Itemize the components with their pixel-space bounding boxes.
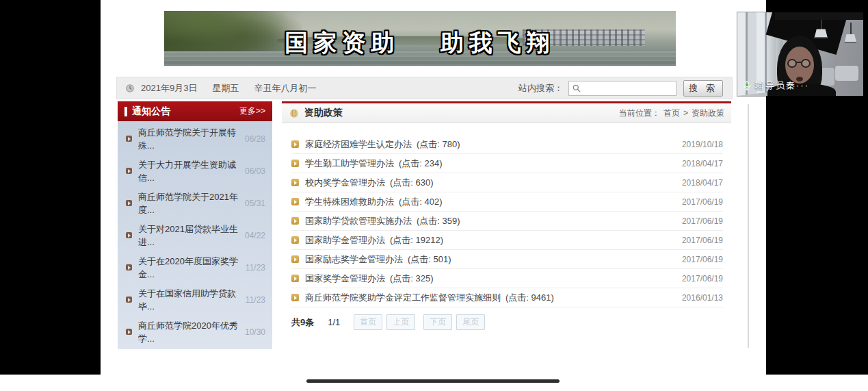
- click-count: (点击: 359): [417, 215, 460, 227]
- click-count: (点击: 9461): [505, 292, 554, 304]
- microphone-icon: [741, 80, 752, 91]
- notice-date: 04/22: [245, 231, 265, 240]
- table-row[interactable]: 学生勤工助学管理办法 (点击: 234) 2018/04/17: [291, 154, 723, 173]
- arrow-bullet-icon: [126, 136, 132, 142]
- notice-date: 06/03: [245, 166, 265, 176]
- list-item[interactable]: 商丘师范学院2020年优秀学... 10/30: [118, 316, 272, 348]
- arrow-bullet-icon: [291, 275, 299, 282]
- lunar-date: 辛丑年八月初一: [254, 82, 316, 94]
- policy-list: 家庭经济困难学生认定办法 (点击: 780) 2019/10/18 学生勤工助学…: [282, 123, 731, 340]
- next-page-button[interactable]: 下页: [423, 314, 452, 330]
- sidebar-title: 通知公告: [132, 105, 239, 118]
- date-search-bar: 2021年9月3日 星期五 辛丑年八月初一 站内搜索： 搜 索: [116, 77, 733, 99]
- panel-header: 资助政策 当前位置： 首页 > 资助政策: [282, 103, 731, 123]
- click-count: (点击: 501): [408, 253, 451, 266]
- arrow-bullet-icon: [126, 264, 132, 270]
- webcam-bg-topstrip: [775, 12, 863, 20]
- participant-name: 辅导员秦···: [755, 79, 809, 92]
- banner-image: 国家资助 助我飞翔: [164, 11, 676, 66]
- arrow-bullet-icon: [291, 198, 299, 205]
- notice-title: 商丘师范学院2020年优秀学...: [138, 319, 242, 345]
- notice-list: 商丘师范学院关于开展特殊... 06/28 关于大力开展学生资助诚信... 06…: [118, 121, 272, 349]
- table-row[interactable]: 学生特殊困难救助办法 (点击: 402) 2017/06/19: [291, 192, 723, 212]
- pagination: 共9条 1/1 首页 上页 下页 尾页: [291, 314, 723, 340]
- click-count: (点击: 630): [390, 177, 434, 189]
- notice-date: 11/23: [246, 263, 265, 273]
- arrow-bullet-icon: [291, 160, 299, 167]
- list-item[interactable]: 关于在国家信用助学贷款毕... 11/23: [118, 283, 272, 316]
- policy-title: 国家助学金管理办法: [305, 234, 385, 247]
- site-search-label: 站内搜索：: [518, 82, 563, 94]
- click-count: (点击: 402): [399, 196, 443, 208]
- notice-date: 05/31: [245, 199, 265, 208]
- click-count: (点击: 234): [399, 157, 443, 170]
- policy-date: 2018/04/17: [682, 178, 723, 188]
- policy-panel: 资助政策 当前位置： 首页 > 资助政策 家庭经济困难学生认定办法 (点击: 7…: [282, 101, 731, 340]
- list-item[interactable]: 关于大力开展学生资助诚信... 06/03: [118, 155, 272, 187]
- prev-page-button[interactable]: 上页: [386, 314, 415, 330]
- page-indicator: 1/1: [328, 317, 340, 327]
- list-item[interactable]: 商丘师范学院关于开展特殊... 06/28: [118, 123, 272, 155]
- notice-title: 关于大力开展学生资助诚信...: [138, 158, 242, 184]
- breadcrumb-home-link[interactable]: 首页: [663, 108, 680, 119]
- arrow-bullet-icon: [126, 168, 132, 174]
- click-count: (点击: 780): [417, 138, 460, 151]
- breadcrumb-label: 当前位置：: [619, 108, 660, 119]
- arrow-bullet-icon: [291, 140, 299, 148]
- first-page-button[interactable]: 首页: [354, 314, 382, 330]
- table-row[interactable]: 校内奖学金管理办法 (点击: 630) 2018/04/17: [291, 173, 723, 192]
- policy-title: 校内奖学金管理办法: [305, 177, 385, 189]
- arrow-bullet-icon: [126, 297, 132, 303]
- search-input[interactable]: [568, 81, 676, 96]
- table-row[interactable]: 家庭经济困难学生认定办法 (点击: 780) 2019/10/18: [291, 135, 723, 154]
- webcam-lamp-stem: [850, 23, 852, 35]
- search-input-wrap: [568, 81, 676, 96]
- webcam-bg-furniture: [835, 66, 858, 81]
- click-count: (点击: 325): [390, 273, 434, 285]
- policy-title: 学生特殊困难救助办法: [305, 196, 394, 208]
- policy-title: 学生勤工助学管理办法: [305, 157, 394, 170]
- notice-title: 商丘师范学院关于2021年度...: [138, 190, 242, 216]
- search-button[interactable]: 搜 索: [683, 80, 723, 97]
- table-row[interactable]: 国家奖学金管理办法 (点击: 325) 2017/06/19: [291, 269, 723, 288]
- webcam-video-tile[interactable]: 辅导员秦···: [737, 12, 863, 96]
- list-item[interactable]: 关于在2020年度国家奖学金... 11/23: [118, 251, 272, 283]
- notice-title: 关于在国家信用助学贷款毕...: [138, 287, 242, 313]
- participant-name-tag: 辅导员秦···: [741, 79, 809, 92]
- last-page-button[interactable]: 尾页: [456, 314, 485, 330]
- current-weekday: 星期五: [212, 82, 239, 94]
- policy-title: 家庭经济困难学生认定办法: [305, 138, 412, 151]
- breadcrumb-current: 资助政策: [692, 108, 724, 119]
- notice-date: 06/28: [245, 134, 265, 144]
- list-item[interactable]: 商丘师范学院关于2021年度... 05/31: [118, 187, 272, 219]
- click-count: (点击: 19212): [390, 234, 443, 247]
- notice-sidebar: 通知公告 更多>> 商丘师范学院关于开展特殊... 06/28 关于大力开展学生…: [118, 101, 272, 349]
- policy-date: 2017/06/19: [682, 236, 723, 245]
- title-marker: [124, 107, 127, 116]
- policy-date: 2016/01/13: [682, 293, 723, 303]
- drag-handle[interactable]: [306, 379, 560, 383]
- table-row[interactable]: 国家励志奖学金管理办法 (点击: 501) 2017/06/19: [291, 250, 723, 269]
- notice-title: 关于对2021届贷款毕业生进...: [138, 223, 242, 249]
- more-link[interactable]: 更多>>: [239, 105, 265, 117]
- arrow-bullet-icon: [291, 255, 299, 263]
- current-date: 2021年9月3日: [141, 82, 197, 94]
- banner-slogan: 国家资助 助我飞翔: [164, 27, 676, 59]
- list-item[interactable]: 关于对2021届贷款毕业生进... 04/22: [118, 219, 272, 251]
- policy-date: 2017/06/19: [682, 255, 723, 264]
- arrow-bullet-icon: [291, 294, 299, 301]
- webcam-lamp: [844, 34, 856, 43]
- arrow-bullet-icon: [291, 236, 299, 244]
- table-row[interactable]: 商丘师范学院奖助学金评定工作监督管理实施细则 (点击: 9461) 2016/0…: [291, 288, 723, 307]
- table-row[interactable]: 国家助学金管理办法 (点击: 19212) 2017/06/19: [291, 231, 723, 250]
- screen-share-stage: 国家资助 助我飞翔 2021年9月3日 星期五 辛丑年八月初一 站内搜索： 搜 …: [0, 0, 868, 391]
- arrow-bullet-icon: [126, 329, 132, 335]
- policy-title: 国家助学贷款管理实施办法: [305, 215, 412, 227]
- page-title: 资助政策: [304, 107, 343, 119]
- table-row[interactable]: 国家助学贷款管理实施办法 (点击: 359) 2017/06/19: [291, 212, 723, 231]
- policy-title: 国家奖学金管理办法: [305, 273, 385, 285]
- webcam-lamp-stem: [821, 20, 822, 29]
- arrow-bullet-icon: [291, 217, 299, 225]
- scrollbar[interactable]: [748, 104, 749, 348]
- notice-date: 10/30: [245, 327, 265, 337]
